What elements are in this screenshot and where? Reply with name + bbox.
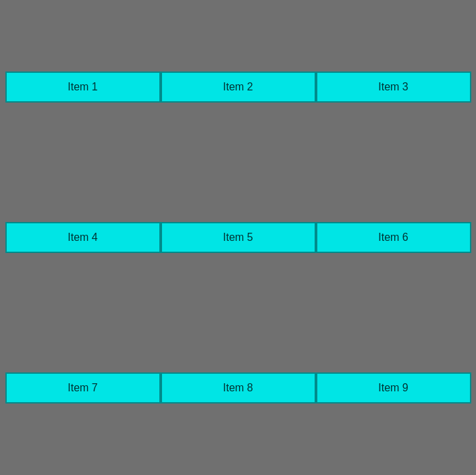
item-label-3: Item 3	[378, 81, 408, 93]
grid-row-3: Item 7 Item 8 Item 9	[5, 372, 471, 403]
grid-row-2: Item 4 Item 5 Item 6	[5, 222, 471, 253]
item-label-8: Item 8	[223, 382, 253, 394]
grid-item-9[interactable]: Item 9	[316, 372, 471, 403]
grid-item-2[interactable]: Item 2	[161, 72, 316, 103]
grid-item-1[interactable]: Item 1	[5, 72, 161, 103]
item-label-5: Item 5	[223, 231, 253, 244]
grid-item-7[interactable]: Item 7	[5, 372, 161, 403]
grid-row-1: Item 1 Item 2 Item 3	[5, 72, 471, 103]
item-label-6: Item 6	[378, 231, 408, 244]
item-label-1: Item 1	[68, 81, 97, 93]
grid-item-6[interactable]: Item 6	[316, 222, 471, 253]
grid-item-4[interactable]: Item 4	[5, 222, 161, 253]
item-label-9: Item 9	[378, 382, 408, 394]
item-label-2: Item 2	[223, 81, 253, 93]
grid-item-5[interactable]: Item 5	[161, 222, 316, 253]
grid-item-3[interactable]: Item 3	[316, 72, 471, 103]
item-label-4: Item 4	[68, 231, 97, 244]
item-label-7: Item 7	[68, 382, 97, 394]
grid-item-8[interactable]: Item 8	[161, 372, 316, 403]
main-container: Item 1 Item 2 Item 3 Item 4 Item 5 Item …	[5, 5, 471, 470]
